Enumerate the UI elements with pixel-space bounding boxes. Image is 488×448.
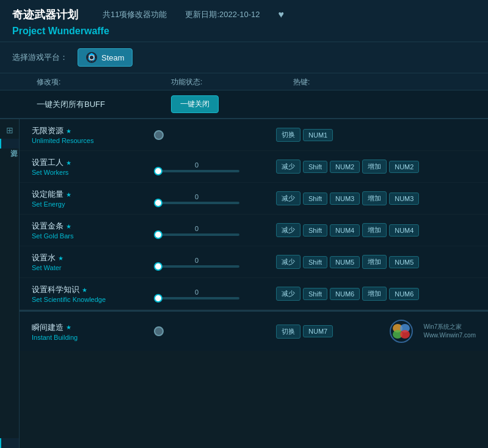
mod-name-cn-bottom: 瞬间建造 ★	[32, 322, 154, 333]
steam-button[interactable]: Steam	[78, 48, 133, 67]
slider-thumb-4[interactable]	[154, 262, 162, 271]
mod-name-cn-4: 设置水 ★	[32, 252, 154, 263]
table-row: 设置科学知识 ★ Set Scientific Knowledge 0	[20, 278, 488, 310]
hk-btn-0-0[interactable]: 切换	[276, 128, 300, 142]
header-meta: 共11项修改器功能 更新日期:2022-10-12 ♥	[103, 9, 284, 20]
hk-btn-2-3[interactable]: 增加	[362, 191, 387, 205]
mod-name-col: 设置科学知识 ★ Set Scientific Knowledge	[32, 284, 154, 303]
win7-icon	[388, 319, 415, 343]
mod-name-en-4: Set Water	[32, 264, 154, 271]
app-title-en: Project Wunderwaffe	[12, 26, 476, 37]
mod-name-en-bottom: Instant Building	[32, 334, 154, 341]
hk-btn-bottom-0[interactable]: 切换	[276, 325, 300, 339]
hk-btn-5-3[interactable]: 增加	[362, 287, 387, 301]
slider-thumb-5[interactable]	[154, 294, 162, 303]
one-key-button[interactable]: 一键关闭	[171, 95, 219, 113]
hk-btn-3-3[interactable]: 增加	[362, 223, 387, 237]
hk-btn-3-1[interactable]: Shift	[303, 224, 327, 237]
column-headers: 修改项: 功能状态: 热键:	[0, 73, 488, 90]
mod-name-col: 设置水 ★ Set Water	[32, 252, 154, 271]
app-title-cn: 奇迹武器计划	[12, 7, 78, 22]
watermark-area: Win7系统之家 Www.Winwin7.com	[388, 319, 476, 343]
one-key-row: 一键关闭所有BUFF 一键关闭	[0, 90, 488, 119]
win7-logo	[388, 319, 418, 343]
heart-icon[interactable]: ♥	[279, 9, 285, 20]
slider-track-5	[154, 297, 239, 299]
slider-track-2	[154, 202, 239, 204]
hotkey-col-0: 切换 NUM1	[276, 128, 476, 142]
slider-thumb-2[interactable]	[154, 199, 162, 207]
mod-name-cn-0: 无限资源 ★	[32, 125, 154, 136]
hk-btn-4-0[interactable]: 减少	[276, 255, 300, 269]
mod-name-col: 设置金条 ★ Set Gold Bars	[32, 221, 154, 240]
mod-control-4: 0	[154, 257, 276, 268]
hk-btn-2-2[interactable]: NUM3	[330, 193, 360, 205]
slider-track-1	[154, 170, 239, 172]
modifiers-area: 无限资源 ★ Unlimited Resources 切换 NUM1	[20, 119, 488, 448]
hk-btn-bottom-1[interactable]: NUM7	[303, 325, 333, 337]
toggle-circle-bottom[interactable]	[154, 326, 164, 336]
mod-control-bottom	[154, 326, 276, 336]
slider-wrapper-5: 0	[154, 288, 239, 299]
watermark-line1: Win7系统之家	[423, 323, 476, 331]
mod-control-0	[154, 130, 276, 140]
mod-name-en-0: Unlimited Resources	[32, 137, 154, 144]
main-content: ⊞ 资源 游 无限资源 ★ Unlimited Resources	[0, 119, 488, 448]
hk-btn-1-2[interactable]: NUM2	[330, 161, 360, 173]
hk-btn-2-4[interactable]: NUM3	[389, 193, 419, 205]
platform-label: 选择游戏平台：	[12, 52, 68, 63]
hk-btn-4-3[interactable]: 增加	[362, 255, 387, 269]
star-icon-5: ★	[82, 287, 87, 293]
star-icon-0: ★	[66, 128, 71, 134]
hk-btn-5-4[interactable]: NUM6	[389, 288, 419, 300]
mod-name-en-2: Set Energy	[32, 200, 154, 208]
table-row: 设定能量 ★ Set Energy 0	[20, 183, 488, 215]
slider-wrapper-1: 0	[154, 161, 239, 172]
sidebar: ⊞ 资源 游	[0, 119, 20, 448]
toggle-circle-0[interactable]	[154, 130, 164, 140]
hk-btn-1-0[interactable]: 减少	[276, 160, 300, 174]
hk-btn-3-4[interactable]: NUM4	[389, 224, 419, 237]
one-key-label: 一键关闭所有BUFF	[37, 99, 171, 110]
hk-btn-2-1[interactable]: Shift	[303, 193, 327, 205]
hk-btn-1-1[interactable]: Shift	[303, 161, 327, 173]
hk-btn-4-1[interactable]: Shift	[303, 256, 327, 268]
table-row: 设置工人 ★ Set Workers 0	[20, 151, 488, 183]
svg-point-2	[90, 56, 93, 59]
watermark-text: Win7系统之家 Www.Winwin7.com	[423, 323, 476, 340]
mod-control-1: 0	[154, 161, 276, 172]
meta-date: 更新日期:2022-10-12	[185, 9, 260, 20]
hk-btn-3-2[interactable]: NUM4	[330, 224, 360, 237]
mod-control-5: 0	[154, 288, 276, 299]
steam-logo-icon	[86, 51, 98, 64]
hotkey-col-5: 减少 Shift NUM6 增加 NUM6	[276, 287, 476, 301]
mod-name-en-3: Set Gold Bars	[32, 232, 154, 240]
hk-btn-5-1[interactable]: Shift	[303, 288, 327, 300]
hk-btn-4-2[interactable]: NUM5	[330, 256, 360, 268]
hk-btn-1-3[interactable]: 增加	[362, 160, 387, 174]
slider-thumb-3[interactable]	[154, 230, 162, 239]
meta-count: 共11项修改器功能	[103, 9, 167, 20]
star-icon-bottom: ★	[66, 324, 71, 331]
hk-btn-4-4[interactable]: NUM5	[389, 256, 419, 268]
sidebar-section-resources[interactable]: 资源	[0, 139, 19, 149]
slider-value-3: 0	[154, 225, 239, 232]
hotkey-col-4: 减少 Shift NUM5 增加 NUM5	[276, 255, 476, 269]
mod-name-en-5: Set Scientific Knowledge	[32, 296, 154, 303]
hk-btn-1-4[interactable]: NUM2	[389, 161, 419, 173]
game-section: 瞬间建造 ★ Instant Building 切换 NUM7	[20, 310, 488, 351]
table-row: 瞬间建造 ★ Instant Building 切换 NUM7	[20, 312, 488, 351]
mod-name-cn-2: 设定能量 ★	[32, 189, 154, 200]
sidebar-section-game[interactable]: 游	[0, 438, 19, 448]
hk-btn-3-0[interactable]: 减少	[276, 223, 300, 237]
slider-value-2: 0	[154, 193, 239, 200]
hk-btn-0-1[interactable]: NUM1	[303, 129, 333, 141]
hk-btn-5-0[interactable]: 减少	[276, 287, 300, 301]
table-row: 设置水 ★ Set Water 0	[20, 246, 488, 278]
mod-control-2: 0	[154, 193, 276, 204]
hk-btn-2-0[interactable]: 减少	[276, 191, 300, 205]
resources-section: 无限资源 ★ Unlimited Resources 切换 NUM1	[20, 119, 488, 310]
hk-btn-5-2[interactable]: NUM6	[330, 288, 360, 300]
slider-thumb-1[interactable]	[154, 167, 162, 175]
hotkey-col-3: 减少 Shift NUM4 增加 NUM4	[276, 223, 476, 237]
